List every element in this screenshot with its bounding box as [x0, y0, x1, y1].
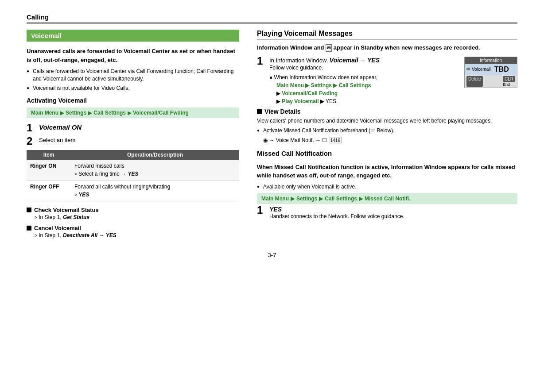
- check-voicemail-section: Check Voicemail Status > In Step 1, Get …: [27, 207, 239, 220]
- step1-number: 1: [27, 123, 39, 133]
- bullet-item-2: Voicemail is not available for Video Cal…: [27, 85, 239, 92]
- ringer-on-arrow2: →: [121, 171, 128, 177]
- check-voicemail-body-text: In Step 1,: [39, 214, 61, 220]
- step2-number: 2: [27, 136, 39, 146]
- page-title-bar: Calling: [27, 13, 517, 23]
- view-details-bullet-list: Activate Missed Call Notification before…: [257, 127, 517, 135]
- view-icon-box: 1416: [329, 138, 342, 143]
- phone-tbd-text: TBD: [494, 65, 509, 73]
- step2-text: Select an item: [39, 137, 75, 143]
- missed-call-bold: When Missed Call Notification function i…: [257, 163, 517, 180]
- view-bullet-activate: Activate Missed Call Notification before…: [257, 127, 517, 135]
- cancel-voicemail-arrow2: →: [99, 232, 106, 238]
- check-voicemail-title: Check Voicemail Status: [34, 207, 99, 213]
- when-no-appear: ● When Information Window does not appea…: [269, 73, 460, 105]
- cancel-voicemail-title: Cancel Voicemail: [34, 225, 81, 231]
- page-title: Calling: [27, 13, 49, 21]
- info-bold-text: Information Window and ✉ appear in Stand…: [257, 43, 517, 52]
- indent-item-2: ▶: [276, 98, 282, 104]
- missed-call-section: Missed Call Notification When Missed Cal…: [257, 150, 517, 219]
- right-step1-number: 1: [257, 56, 269, 66]
- ringer-on-desc-select: Select a ring time: [78, 171, 120, 177]
- cancel-voicemail-body-text: In Step 1,: [39, 232, 61, 238]
- phone-screen-body: ✉ Voicemail TBD: [465, 64, 517, 75]
- table-cell-ringer-on: Ringer ON: [27, 160, 71, 181]
- view-details-block: View Details View callers' phone numbers…: [257, 108, 517, 143]
- indent-play-voicemail: Play Voicemail: [282, 98, 319, 104]
- cancel-voicemail-arrow: >: [35, 233, 37, 238]
- indent-item-1: ▶: [276, 90, 282, 96]
- voicemail-section-header-text: Voicemail: [31, 32, 62, 39]
- page-container: Calling Voicemail Unanswered calls are f…: [0, 0, 544, 392]
- nav-arrow-1: ▶: [60, 110, 64, 116]
- voicemail-icon-inline: ✉: [326, 44, 332, 52]
- missed-nav-call-settings: Call Settings: [325, 196, 357, 202]
- phone-screen-title: Information: [465, 57, 517, 64]
- info-bold-part2: appear in Standby when new messages are …: [334, 44, 480, 51]
- step1-text: Voicemail ON: [39, 123, 82, 131]
- missed-step1-row: 1 YES Handset connects to the Network. F…: [257, 206, 517, 219]
- view-details-title-text: View Details: [264, 108, 300, 115]
- view-arrow-text: → Voice Mail Notif. →: [269, 137, 321, 143]
- bullet-item-1: Calls are forwarded to Voicemail Center …: [27, 68, 239, 83]
- ringer-on-arrow: >: [74, 172, 77, 177]
- voicemail-bullet-list: Calls are forwarded to Voicemail Center …: [27, 68, 239, 92]
- left-column: Voicemail Unanswered calls are forwarded…: [27, 30, 239, 243]
- ringer-off-yes: YES: [78, 192, 89, 198]
- missed-step1-number: 1: [257, 205, 269, 215]
- missed-call-title: Missed Call Notification: [257, 150, 517, 159]
- view-details-square-icon: [257, 109, 262, 114]
- right-step1-arrow: →: [360, 57, 367, 64]
- voice-mail-notif-row: ◉ → Voice Mail Notif. → ☐ 1416: [257, 137, 517, 143]
- ringer-on-yes: YES: [128, 171, 139, 177]
- cancel-voicemail-section: Cancel Voicemail > In Step 1, Deactivate…: [27, 225, 239, 238]
- sub-bullet-dot: ●: [269, 74, 274, 81]
- view-details-body: View callers' phone numbers and date/tim…: [257, 117, 517, 125]
- step2-row: 2 Select an item: [27, 137, 239, 146]
- step1-row: 1 Voicemail ON: [27, 123, 239, 133]
- table-col-desc: Operation/Description: [71, 150, 239, 160]
- indent-item-0: Main Menu ▶ Settings ▶ Call Settings: [276, 82, 371, 88]
- missed-nav-arrow-2: ▶: [319, 196, 323, 202]
- missed-step1-body: Handset connects to the Network. Follow …: [269, 213, 404, 219]
- phone-end-label: End: [503, 82, 510, 87]
- missed-call-nav-bar: Main Menu ▶ Settings ▶ Call Settings ▶ M…: [257, 193, 517, 204]
- right-step1-followup: Follow voice guidance.: [269, 65, 323, 71]
- view-icon-symbol: ☐: [322, 137, 328, 143]
- nav-arrow-3: ▶: [128, 110, 131, 116]
- indent-voicemail-fwd: Voicemail/Call Fwding: [282, 90, 338, 96]
- table-cell-ringer-on-desc: Forward missed calls > Select a ring tim…: [71, 160, 239, 181]
- missed-nav-notifi: Missed Call Notifi.: [365, 196, 410, 202]
- voicemail-intro-bold: Unanswered calls are forwarded to Voicem…: [27, 47, 239, 64]
- cancel-voicemail-square-icon: [27, 226, 31, 231]
- page-number: 3-7: [27, 252, 517, 258]
- view-circle-icon: ◉: [263, 137, 269, 143]
- missed-nav-settings: Settings: [296, 196, 317, 202]
- nav-item-call-settings: Call Settings: [93, 110, 126, 116]
- ringer-off-arrow: >: [74, 192, 77, 197]
- two-col-layout: Voicemail Unanswered calls are forwarded…: [27, 30, 517, 243]
- check-voicemail-square-icon: [27, 208, 31, 212]
- activating-nav-bar: Main Menu ▶ Settings ▶ Call Settings ▶ V…: [27, 108, 239, 118]
- missed-nav-main-menu: Main Menu: [261, 196, 289, 202]
- playing-vm-title: Playing Voicemail Messages: [257, 30, 517, 40]
- phone-screen-footer: Delete CLR End: [465, 75, 517, 88]
- check-voicemail-body-italic: Get Status: [63, 214, 89, 220]
- nav-item-voicemail-fwd: Voicemail/Call Fwding: [133, 110, 189, 116]
- table-cell-ringer-off: Ringer OFF: [27, 181, 71, 201]
- table-row: Ringer OFF Forward all calls without rin…: [27, 181, 239, 201]
- missed-call-bullet-list: Available only when Voicemail is active.: [257, 183, 517, 191]
- missed-step1-yes: YES: [269, 206, 282, 213]
- nav-item-settings: Settings: [66, 110, 86, 116]
- when-no-appear-text: When Information Window does not appear,: [274, 74, 377, 81]
- right-step1-pre: In Information Window,: [269, 57, 328, 64]
- missed-nav-arrow-1: ▶: [291, 196, 295, 202]
- table-row: Ringer ON Forward missed calls > Select …: [27, 160, 239, 181]
- nav-arrow-2: ▶: [88, 110, 92, 116]
- voicemail-section-header-block: Voicemail: [27, 30, 239, 42]
- check-voicemail-arrow: >: [35, 215, 37, 220]
- missed-bullet-available: Available only when Voicemail is active.: [257, 183, 517, 191]
- info-bold-part1: Information Window and: [257, 44, 326, 51]
- phone-voicemail-label: ✉: [466, 67, 470, 72]
- indent-yes: ▶ YES.: [320, 98, 338, 104]
